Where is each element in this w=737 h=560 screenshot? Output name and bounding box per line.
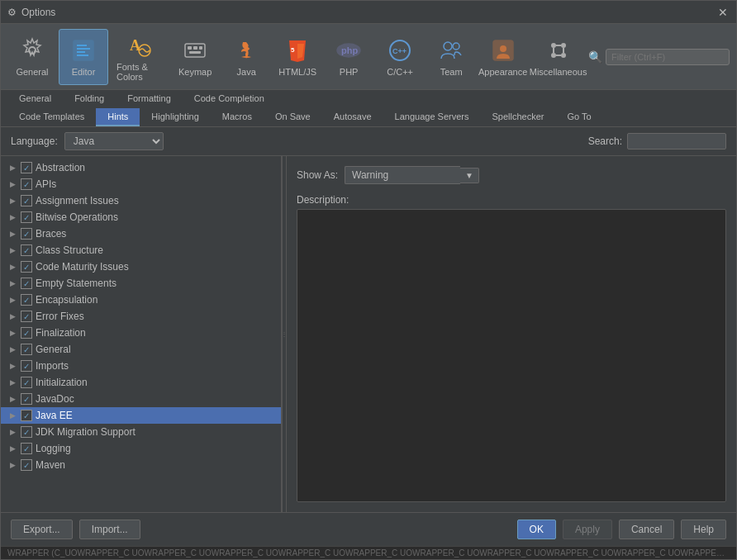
tree-item-bitwise[interactable]: ▶ Bitwise Operations [1,209,281,225]
search-input[interactable] [627,133,726,149]
tab-general[interactable]: General [7,90,63,108]
tree-item-general[interactable]: ▶ General [1,341,281,358]
tree-item-class-structure[interactable]: ▶ Class Structure [1,242,281,259]
import-button[interactable]: Import... [79,520,140,539]
tree-label-encapsulation: Encapsulation [36,294,97,306]
tree-item-error-fixes[interactable]: ▶ Error Fixes [1,308,281,325]
tab-code-completion[interactable]: Code Completion [183,90,276,108]
tree-arrow: ▶ [7,196,17,206]
tree-arrow: ▶ [7,278,17,288]
tree-checkbox-general[interactable] [21,344,32,355]
tree-item-abstraction[interactable]: ▶ Abstraction [1,159,281,176]
language-label: Language: [11,135,58,147]
svg-point-25 [561,53,566,58]
tree-checkbox-abstraction[interactable] [21,162,32,173]
language-select[interactable]: Java PHP HTML JavaScript CSS [64,132,164,150]
tree-checkbox-jdk[interactable] [21,426,32,438]
tree-item-empty-statements[interactable]: ▶ Empty Statements [1,275,281,292]
tree-item-braces[interactable]: ▶ Braces [1,225,281,242]
ok-button[interactable]: OK [517,520,556,539]
tree-label-maven: Maven [36,459,65,471]
tree-checkbox-assignment[interactable] [21,195,32,206]
tree-checkbox-class-structure[interactable] [21,244,32,256]
tree-checkbox-logging[interactable] [21,443,32,454]
toolbar-item-appearance[interactable]: Appearance [478,29,528,85]
filter-input[interactable] [606,49,730,65]
export-button[interactable]: Export... [11,520,73,539]
tree-item-javadoc[interactable]: ▶ JavaDoc [1,391,281,407]
svg-rect-9 [188,46,192,50]
tree-label-empty: Empty Statements [36,278,116,289]
team-icon [438,37,464,64]
toolbar-item-cpp[interactable]: C++ C/C++ [375,29,425,85]
tab-autosave[interactable]: Autosave [322,108,383,126]
tab-macros[interactable]: Macros [211,108,264,126]
tree-item-initialization[interactable]: ▶ Initialization [1,374,281,391]
toolbar-item-miscellaneous[interactable]: Miscellaneous [530,29,587,85]
status-text: WRAPPER (C_UOWRAPPER_C UOWRAPPER_C UOWRA… [7,548,736,558]
toolbar-item-team[interactable]: Team [426,29,476,85]
tab-folding[interactable]: Folding [63,90,116,108]
tree-item-imports[interactable]: ▶ Imports [1,358,281,374]
toolbar-item-html-js[interactable]: 5 HTML/JS [273,29,322,85]
toolbar-item-editor[interactable]: Editor [59,29,108,85]
tree-label-logging: Logging [36,443,71,454]
tree-checkbox-initialization[interactable] [21,377,32,388]
tree-checkbox-braces[interactable] [21,228,32,240]
tree-label-braces: Braces [36,228,66,240]
apply-button[interactable]: Apply [563,520,612,539]
tab-hints[interactable]: Hints [96,108,140,126]
tab-highlighting[interactable]: Highlighting [140,108,210,126]
tab-formatting[interactable]: Formatting [116,90,183,108]
tree-item-apis[interactable]: ▶ APIs [1,176,281,192]
tree-item-assignment[interactable]: ▶ Assignment Issues [1,192,281,209]
description-label: Description: [297,194,726,206]
tree-checkbox-empty[interactable] [21,278,32,289]
tab-go-to[interactable]: Go To [555,108,602,126]
close-button[interactable]: ✕ [716,6,730,19]
tree-item-encapsulation[interactable]: ▶ Encapsulation [1,292,281,308]
toolbar-item-php[interactable]: php PHP [324,29,373,85]
tree-arrow: ▶ [7,229,17,239]
tab-on-save[interactable]: On Save [264,108,322,126]
svg-text:C++: C++ [392,47,407,55]
tree-checkbox-finalization[interactable] [21,327,32,339]
title-bar: ⚙ Options ✕ [1,1,736,24]
tree-checkbox-javadoc[interactable] [21,393,32,405]
tree-item-maven[interactable]: ▶ Maven [1,457,281,473]
tree-checkbox-error-fixes[interactable] [21,311,32,322]
tab-row-2: Code Templates Hints Highlighting Macros… [1,108,736,126]
help-button[interactable]: Help [681,520,726,539]
tab-language-servers[interactable]: Language Servers [383,108,481,126]
toolbar-item-java[interactable]: Java [221,29,271,85]
window-title: Options [21,7,55,18]
toolbar-item-general[interactable]: General [7,29,57,85]
tree-item-logging[interactable]: ▶ Logging [1,440,281,457]
svg-rect-27 [556,55,561,56]
tab-bar-row1: General Folding Formatting Code Completi… [1,90,736,127]
svg-rect-8 [185,44,205,57]
toolbar-item-keymap[interactable]: Keymap [170,29,220,85]
tree-checkbox-maven[interactable] [21,459,32,471]
tree-item-finalization[interactable]: ▶ Finalization [1,325,281,341]
toolbar-item-fonts-colors[interactable]: A Fonts & Colors [110,29,169,85]
show-as-dropdown-arrow[interactable]: ▼ [460,168,479,183]
tree-checkbox-javaee[interactable] [21,410,32,421]
toolbar-cpp-label: C/C++ [387,67,413,77]
tree-item-code-maturity[interactable]: ▶ Code Maturity Issues [1,259,281,275]
tree-item-jdk-migration[interactable]: ▶ JDK Migration Support [1,424,281,440]
tree-checkbox-code-maturity[interactable] [21,261,32,273]
show-as-select[interactable]: Warning Error Info Hint [345,166,460,184]
tab-code-templates[interactable]: Code Templates [7,108,96,126]
tree-checkbox-imports[interactable] [21,360,32,372]
cancel-button[interactable]: Cancel [619,520,674,539]
tree-checkbox-bitwise[interactable] [21,211,32,223]
tab-spellchecker[interactable]: Spellchecker [481,108,556,126]
bottom-bar: Export... Import... OK Apply Cancel Help [1,512,736,546]
toolbar-java-label: Java [237,67,256,77]
tree-checkbox-encapsulation[interactable] [21,294,32,306]
php-icon: php [335,37,362,64]
tree-arrow: ▶ [7,212,17,222]
tree-item-javaee[interactable]: ▶ Java EE [1,407,281,424]
tree-checkbox-apis[interactable] [21,178,32,190]
